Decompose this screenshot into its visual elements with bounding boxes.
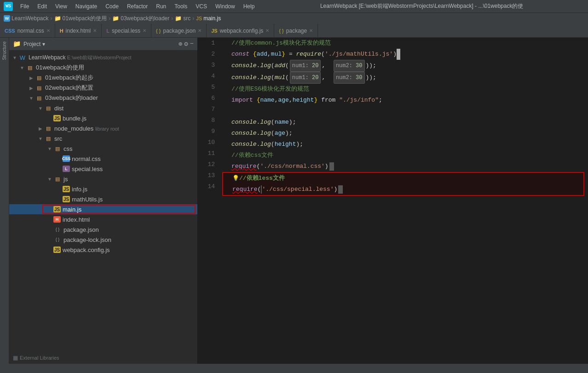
less-icon: L [106, 28, 110, 34]
breadcrumb-01webpack[interactable]: 📁 01webpack的使用 [54, 15, 107, 23]
menu-file[interactable]: File [17, 2, 33, 11]
tree-item-package-lock-json[interactable]: { } package-lock.json [9, 235, 197, 245]
panel-header: 📁 Project ▾ ⊕ ⚙ − [9, 38, 197, 51]
tree-item-index-html[interactable]: H index.html [9, 214, 197, 224]
sidebar-strip: Structure [0, 38, 9, 373]
tab-close-icon[interactable]: ✕ [46, 28, 50, 33]
tree-item-js-folder[interactable]: ▼ ▤ js [9, 174, 197, 184]
json-file-icon: { } [53, 225, 62, 234]
breadcrumb-src[interactable]: 📁 src [175, 15, 190, 22]
param-hint-num1: num1: 20 [290, 60, 321, 72]
code-line-11: //依赖css文件 [222, 150, 584, 161]
tab-package[interactable]: { } package ✕ [274, 24, 318, 37]
minimize-icon[interactable]: − [190, 40, 194, 48]
folder-icon: ▤ [44, 134, 52, 143]
tab-close-icon[interactable]: ✕ [93, 28, 97, 33]
menu-vcs[interactable]: VCS [192, 2, 211, 11]
sync-icon[interactable]: ⊕ [179, 40, 182, 48]
tab-close-icon[interactable]: ✕ [198, 28, 202, 33]
code-line-4: console . log ( mul ( num1: 20 , num2: 3… [222, 72, 584, 84]
file-tree: ▼ W LearnWebpack E:\web前端WebstormProject… [9, 51, 197, 353]
code-line-7 [222, 106, 584, 117]
tree-item-package-json[interactable]: { } package.json [9, 224, 197, 235]
menu-tools[interactable]: Tools [171, 2, 191, 11]
param-hint-num2: num2: 30 [334, 60, 365, 72]
code-line-9: console . log ( age ); [222, 128, 584, 139]
tree-item-02webpack-sub2[interactable]: ▶ ▤ 02webpack的配置 [9, 83, 197, 93]
breadcrumb-mainjs[interactable]: JS main.js [196, 15, 221, 22]
breadcrumb: W LearnWebpack › 📁 01webpack的使用 › 📁 03we… [0, 13, 588, 24]
code-editor[interactable]: 1 2 3 4 5 6 7 8 9 10 11 12 13 14 //使用com… [198, 38, 588, 373]
tree-item-info-js[interactable]: JS info.js [9, 184, 197, 194]
project-panel: 📁 Project ▾ ⊕ ⚙ − ▼ W LearnWebpack E:\we… [9, 38, 198, 373]
folder-icon: ▤ [35, 84, 43, 92]
tree-item-webpack-config-js[interactable]: JS webpack.config.js [9, 245, 197, 255]
json-file-icon: { } [53, 235, 62, 244]
tab-close-icon[interactable]: ✕ [309, 28, 313, 33]
param-hint-num2: num2: 30 [334, 72, 365, 84]
tree-item-dist[interactable]: ▼ ▤ dist [9, 103, 197, 113]
menu-edit[interactable]: Edit [34, 2, 51, 11]
menu-bar: WS File Edit View Navigate Code Refactor… [0, 0, 588, 13]
less-file-icon: L [63, 166, 70, 172]
menu-window[interactable]: Window [212, 2, 239, 11]
tab-normal-css[interactable]: CSS normal.css ✕ [0, 24, 55, 37]
menu-refactor[interactable]: Refactor [123, 2, 151, 11]
tree-item-01webpack-sub1[interactable]: ▶ ▤ 01webpack的起步 [9, 73, 197, 83]
tree-item-normal-css[interactable]: CSS normal.css [9, 154, 197, 164]
folder-icon: ▤ [44, 124, 52, 132]
menu-navigate[interactable]: Navigate [72, 2, 101, 11]
folder-icon: ▤ [53, 144, 62, 153]
menu-view[interactable]: View [52, 2, 71, 11]
app-logo: WS [4, 2, 13, 11]
tree-item-css-folder[interactable]: ▼ ▤ css [9, 143, 197, 154]
external-libraries[interactable]: ▦ External Libraries [9, 353, 197, 363]
line-numbers: 1 2 3 4 5 6 7 8 9 10 11 12 13 14 [198, 38, 219, 373]
tab-special-less[interactable]: L special.less ✕ [102, 24, 151, 37]
tree-item-src[interactable]: ▼ ▤ src [9, 133, 197, 143]
js-file-icon: JS [63, 196, 70, 202]
tree-item-bundle-js[interactable]: JS bundle.js [9, 113, 197, 123]
code-line-12: require ( './css/normal.css' ) [222, 161, 584, 172]
html-icon: H [60, 28, 63, 34]
folder-icon: W [18, 53, 27, 62]
menu-help[interactable]: Help [240, 2, 259, 11]
options-icon[interactable]: ⚙ [184, 40, 188, 48]
tab-webpack-config[interactable]: JS webpack.config.js ✕ [207, 24, 274, 37]
code-line-5: //使用ES6模块化开发的规范 [222, 84, 584, 95]
json-icon: { } [156, 28, 161, 34]
tree-item-mathutils-js[interactable]: JS mathUtils.js [9, 194, 197, 204]
css-icon: CSS [5, 28, 15, 34]
code-line-6: import { name , age , height } from "./j… [222, 95, 584, 106]
tree-item-01webpack[interactable]: ▼ ▤ 01webpack的使用 [9, 63, 197, 73]
structure-label[interactable]: Structure [1, 40, 8, 62]
tab-close-icon[interactable]: ✕ [265, 28, 269, 33]
tree-item-main-js[interactable]: JS main.js [9, 204, 197, 214]
tree-item-node-modules[interactable]: ▶ ▤ node_modules library root [9, 123, 197, 133]
code-line-14: require ( './css/special.less' ) [222, 184, 584, 196]
breadcrumb-learnwebpack[interactable]: W LearnWebpack [4, 15, 49, 22]
menu-run[interactable]: Run [152, 2, 170, 11]
folder-icon: ▤ [26, 63, 34, 72]
panel-title: Project ▾ [23, 41, 45, 47]
param-hint-num1: num1: 20 [290, 72, 321, 84]
code-line-2: const { add , mul } = require ( './js/ma… [222, 49, 584, 60]
end-cursor [329, 162, 334, 171]
panel-tools: ⊕ ⚙ − [179, 40, 194, 48]
bottom-strip [0, 364, 588, 373]
tree-item-learnwebpack[interactable]: ▼ W LearnWebpack E:\web前端WebstormProject [9, 52, 197, 63]
code-line-1: //使用common.js模块化开发的规范 [222, 38, 584, 49]
end-cursor [338, 185, 343, 194]
js-icon: JS [211, 28, 217, 34]
tab-package-json[interactable]: { } package.json ✕ [151, 24, 207, 37]
code-line-3: console . log ( add ( num1: 20 , num2: 3… [222, 60, 584, 72]
tab-close-icon[interactable]: ✕ [143, 28, 146, 33]
js-file-icon: JS [63, 186, 70, 192]
tab-bar: CSS normal.css ✕ H index.html ✕ L specia… [0, 24, 588, 38]
code-lines: //使用common.js模块化开发的规范 const { add , mul … [219, 38, 588, 373]
tree-item-03webpack-loader[interactable]: ▼ ▤ 03webpack的loader [9, 93, 197, 103]
breadcrumb-03webpack[interactable]: 📁 03webpack的loader [112, 15, 169, 23]
tab-index-html[interactable]: H index.html ✕ [55, 24, 102, 37]
menu-code[interactable]: Code [102, 2, 122, 11]
tree-item-special-less[interactable]: L special.less [9, 164, 197, 174]
